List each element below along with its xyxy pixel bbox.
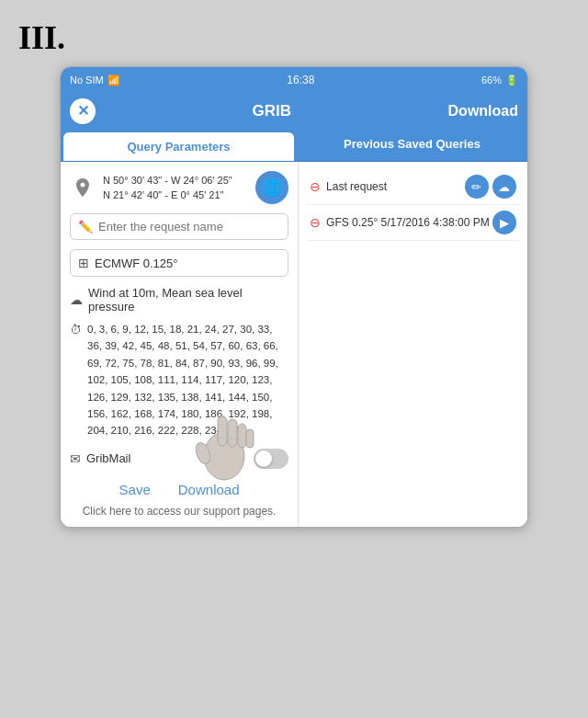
status-left: No SIM 📶: [70, 74, 120, 86]
query-actions-1: ✏ ☁: [465, 175, 516, 199]
battery-pct-label: 66%: [481, 74, 502, 85]
saved-query-item-2: ⊖ GFS 0.25° 5/17/2016 4:38:00 PM ▶: [306, 205, 520, 241]
query-left-2: ⊖ GFS 0.25° 5/17/2016 4:38:00 PM: [310, 215, 490, 230]
wind-label: Wind at 10m, Mean sea level pressure: [88, 286, 288, 313]
tab-saved-queries[interactable]: Previous Saved Queries: [297, 130, 527, 161]
status-bar: No SIM 📶 16:38 66% 🔋: [61, 67, 527, 93]
query-left-1: ⊖ Last request: [310, 179, 387, 194]
wind-row: ☁ Wind at 10m, Mean sea level pressure: [70, 286, 288, 313]
edit-button-1[interactable]: ✏: [465, 175, 489, 199]
hours-text: 0, 3, 6, 9, 12, 15, 18, 21, 24, 27, 30, …: [87, 321, 288, 439]
pencil-icon: ✏️: [78, 220, 93, 234]
header-bar: ✕ GRIB Download: [61, 93, 527, 130]
request-name-input[interactable]: [98, 220, 280, 234]
globe-icon: 🌐: [262, 177, 282, 198]
header-download-label[interactable]: Download: [448, 103, 518, 120]
tab-query-parameters[interactable]: Query Parameters: [63, 132, 294, 161]
map-pin-icon: [70, 175, 96, 200]
action-row: Save Download: [70, 482, 288, 497]
play-button-2[interactable]: ▶: [492, 211, 516, 234]
query-name-2: GFS 0.25° 5/17/2016 4:38:00 PM: [326, 216, 490, 229]
coordinates-row: N 50° 30' 43" - W 24° 06' 25" N 21° 42' …: [70, 171, 288, 204]
mail-icon: ✉: [70, 451, 81, 466]
main-content: N 50° 30' 43" - W 24° 06' 25" N 21° 42' …: [61, 162, 527, 527]
battery-icon: 🔋: [505, 74, 518, 86]
saved-query-item-1: ⊖ Last request ✏ ☁: [306, 169, 520, 205]
left-panel: N 50° 30' 43" - W 24° 06' 25" N 21° 42' …: [61, 162, 299, 527]
wifi-icon: 📶: [107, 74, 120, 86]
status-time: 16:38: [287, 74, 314, 86]
stop-icon-2: ⊖: [310, 215, 321, 230]
layers-icon: ⊞: [78, 256, 89, 270]
header-title: GRIB: [253, 102, 292, 120]
gribmail-label: GribMail: [86, 451, 130, 465]
cloud-icon: ☁: [70, 292, 83, 307]
page-wrapper: III. No SIM 📶 16:38 66% 🔋 ✕ GRIB Downloa…: [18, 18, 570, 718]
close-icon: ✕: [77, 104, 89, 119]
carrier-label: No SIM: [70, 74, 104, 85]
gribmail-left: ✉ GribMail: [70, 451, 130, 466]
gribmail-toggle[interactable]: [254, 449, 288, 469]
globe-button[interactable]: 🌐: [255, 171, 288, 204]
gribmail-row: ✉ GribMail: [70, 449, 288, 469]
action-row-wrapper: Save Download: [70, 482, 288, 497]
coordinates-text: N 50° 30' 43" - W 24° 06' 25" N 21° 42' …: [103, 173, 248, 203]
model-row: ⊞ ECMWF 0.125°: [70, 249, 288, 277]
device-frame: No SIM 📶 16:38 66% 🔋 ✕ GRIB Download Que…: [60, 66, 528, 528]
query-name-1: Last request: [326, 180, 387, 193]
download-button[interactable]: Download: [178, 482, 240, 497]
close-button[interactable]: ✕: [70, 98, 96, 124]
model-label: ECMWF 0.125°: [95, 256, 177, 270]
stop-icon-1: ⊖: [310, 179, 321, 194]
support-link[interactable]: Click here to access our support pages.: [70, 505, 288, 518]
status-right: 66% 🔋: [481, 74, 518, 86]
right-panel: ⊖ Last request ✏ ☁ ⊖ GFS 0.25° 5/17/2016…: [299, 162, 527, 527]
hours-block: ⏱ 0, 3, 6, 9, 12, 15, 18, 21, 24, 27, 30…: [70, 321, 288, 439]
query-actions-2: ▶: [492, 211, 516, 234]
cloud-button-1[interactable]: ☁: [492, 175, 516, 199]
clock-icon: ⏱: [70, 323, 82, 336]
save-button[interactable]: Save: [119, 482, 151, 497]
tab-bar: Query Parameters Previous Saved Queries: [61, 130, 527, 162]
page-label: III.: [18, 18, 570, 57]
request-name-input-row: ✏️: [70, 213, 288, 240]
